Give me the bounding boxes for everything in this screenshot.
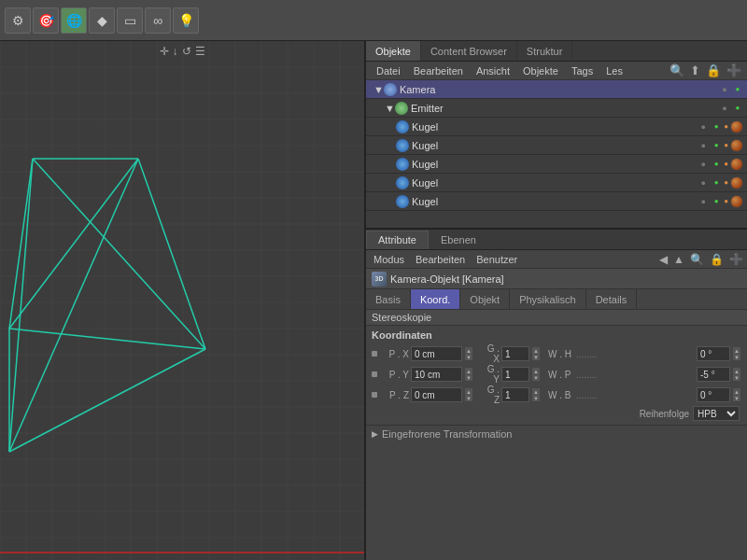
frozen-transform-section[interactable]: ▶ Eingefrorene Transformation [366, 425, 747, 442]
wp-input[interactable] [697, 367, 730, 382]
visibility-dot[interactable]: ● [698, 121, 709, 133]
menu-plus-icon[interactable]: ➕ [725, 63, 743, 77]
toolbar-icon-4[interactable]: ◆ [89, 7, 115, 34]
visibility-dot[interactable]: ● [698, 196, 709, 207]
wp-spin-down[interactable]: ▼ [733, 374, 740, 381]
material-orb[interactable] [730, 158, 743, 171]
visibility-dot[interactable]: ● [719, 103, 730, 114]
visibility-dot[interactable]: ● [698, 177, 709, 189]
toolbar-icon-1[interactable]: ⚙ [5, 7, 31, 34]
toolbar-icon-7[interactable]: 💡 [173, 7, 199, 34]
viewport-down-icon[interactable]: ↓ [173, 45, 178, 58]
toolbar-icon-5[interactable]: ▭ [117, 7, 143, 34]
gy-spin[interactable]: ▲ ▼ [531, 367, 541, 382]
pz-spin-up[interactable]: ▲ [465, 388, 472, 395]
subtab-koord[interactable]: Koord. [411, 289, 460, 309]
gx-spin-down[interactable]: ▼ [532, 354, 540, 360]
lock2-icon[interactable]: 🔒 [708, 253, 726, 266]
wb-input[interactable] [697, 387, 730, 402]
list-item[interactable]: Kugel ● ● ● [366, 136, 747, 155]
wh-spin-up[interactable]: ▲ [733, 347, 740, 354]
toolbar-icon-3[interactable]: 🌐 [61, 7, 87, 34]
gx-input[interactable] [501, 346, 529, 361]
active-dot[interactable]: ● [732, 84, 743, 95]
tab-struktur[interactable]: Struktur [517, 41, 573, 61]
menu-modus[interactable]: Modus [368, 253, 410, 266]
wh-spin[interactable]: ▲ ▼ [732, 346, 741, 361]
tab-ebenen[interactable]: Ebenen [429, 231, 488, 249]
material-orb[interactable] [730, 195, 743, 208]
subtab-objekt[interactable]: Objekt [460, 289, 510, 309]
pz-spin[interactable]: ▲ ▼ [464, 387, 473, 402]
active-dot[interactable]: ● [732, 103, 743, 114]
wh-input[interactable] [697, 346, 730, 361]
gz-spin-up[interactable]: ▲ [532, 388, 540, 395]
px-checkbox[interactable] [372, 351, 377, 357]
gz-input[interactable] [501, 387, 529, 402]
px-spin[interactable]: ▲ ▼ [464, 346, 473, 361]
active-dot[interactable]: ● [711, 196, 722, 207]
subtab-details[interactable]: Details [586, 289, 638, 309]
menu-bearbeiten[interactable]: Bearbeiten [407, 64, 470, 77]
visibility-dot[interactable]: ● [698, 159, 709, 170]
gx-spin[interactable]: ▲ ▼ [531, 346, 541, 361]
tab-attribute[interactable]: Attribute [366, 231, 429, 249]
menu-datei[interactable]: Datei [370, 64, 407, 77]
gy-spin-down[interactable]: ▼ [532, 374, 540, 381]
subtab-basis[interactable]: Basis [366, 289, 411, 309]
plus2-icon[interactable]: ➕ [727, 253, 745, 266]
py-spin[interactable]: ▲ ▼ [464, 367, 473, 382]
gy-spin-up[interactable]: ▲ [532, 368, 540, 374]
toolbar-icon-2[interactable]: 🎯 [33, 7, 59, 34]
material-orb[interactable] [730, 176, 743, 189]
list-item[interactable]: Kugel ● ● ● [366, 192, 747, 211]
px-spin-down[interactable]: ▼ [465, 354, 472, 360]
viewport-rotate-icon[interactable]: ↺ [182, 45, 191, 58]
viewport-move-icon[interactable]: ✛ [160, 45, 169, 58]
menu-objekte[interactable]: Objekte [516, 64, 565, 77]
px-input[interactable] [411, 346, 462, 361]
gz-spin-down[interactable]: ▼ [532, 395, 540, 401]
search-icon[interactable]: 🔍 [668, 63, 686, 77]
menu-tags[interactable]: Tags [565, 64, 599, 77]
list-item[interactable]: Kugel ● ● ● [366, 155, 747, 174]
py-checkbox[interactable] [372, 371, 377, 377]
material-orb[interactable] [730, 120, 743, 133]
pz-spin-down[interactable]: ▼ [465, 395, 472, 401]
visibility-dot[interactable]: ● [698, 140, 709, 151]
gz-spin[interactable]: ▲ ▼ [531, 387, 541, 402]
tab-objekte[interactable]: Objekte [366, 41, 421, 61]
viewport-menu-icon[interactable]: ☰ [195, 45, 205, 58]
menu-ansicht[interactable]: Ansicht [470, 64, 516, 77]
pz-checkbox[interactable] [372, 392, 377, 398]
active-dot[interactable]: ● [711, 121, 722, 133]
toolbar-icon-6[interactable]: ∞ [145, 7, 171, 34]
subtab-physikalisch[interactable]: Physikalisch [510, 289, 586, 309]
gx-spin-up[interactable]: ▲ [532, 347, 540, 354]
py-spin-up[interactable]: ▲ [465, 368, 472, 374]
list-item[interactable]: Kugel ● ● ● [366, 118, 747, 136]
visibility-dot[interactable]: ● [719, 84, 730, 95]
wb-spin-down[interactable]: ▼ [733, 395, 740, 401]
wb-spin-up[interactable]: ▲ [733, 388, 740, 395]
up-icon[interactable]: ▲ [671, 253, 686, 266]
active-dot[interactable]: ● [711, 159, 722, 170]
active-dot[interactable]: ● [711, 177, 722, 189]
wp-spin-up[interactable]: ▲ [733, 368, 740, 374]
py-spin-down[interactable]: ▼ [465, 374, 472, 381]
pz-input[interactable] [411, 387, 462, 402]
gy-input[interactable] [501, 367, 529, 382]
lock-icon[interactable]: 🔒 [704, 63, 723, 77]
tab-content-browser[interactable]: Content Browser [421, 41, 517, 61]
active-dot[interactable]: ● [711, 140, 722, 151]
material-orb[interactable] [730, 139, 743, 152]
menu-bearbeiten2[interactable]: Bearbeiten [410, 253, 471, 266]
back-icon[interactable]: ◀ [657, 253, 669, 266]
py-input[interactable] [411, 367, 462, 382]
px-spin-up[interactable]: ▲ [465, 347, 472, 354]
reihenfolge-select[interactable]: HPB PBH BHP [693, 406, 740, 421]
filter-icon[interactable]: ⬆ [688, 63, 702, 77]
menu-benutzer[interactable]: Benutzer [471, 253, 523, 266]
list-item[interactable]: ▼ Kamera ● ● [366, 80, 747, 99]
wh-spin-down[interactable]: ▼ [733, 354, 740, 360]
